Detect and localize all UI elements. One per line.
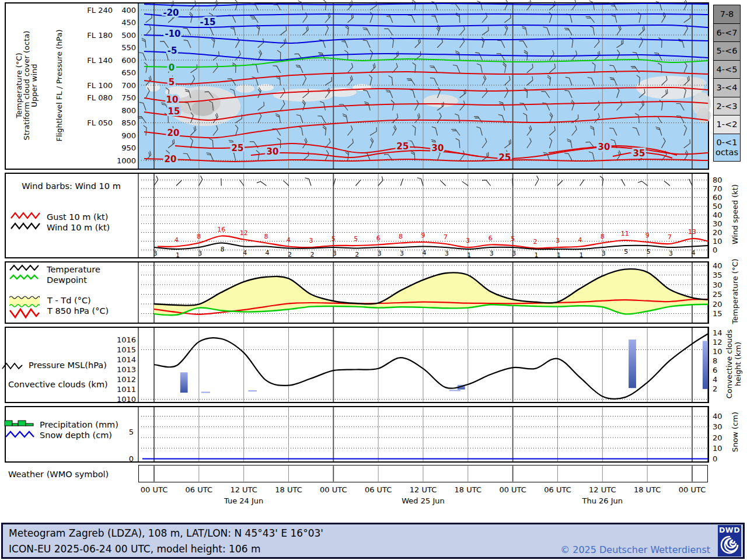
- time-tick: 12 UTC: [223, 485, 265, 494]
- time-tick: 00 UTC: [671, 485, 713, 494]
- svg-text:0: 0: [713, 246, 717, 254]
- t850-legend-icon: [8, 306, 42, 320]
- upper-axis-label-upperwind: Upper wind: [30, 0, 39, 173]
- svg-text:30: 30: [713, 281, 722, 289]
- temperature-legend-label: Temperature: [47, 265, 100, 274]
- convective-clouds-legend-label: Convective clouds (km): [8, 380, 108, 389]
- dewpoint-legend-icon: [8, 272, 42, 282]
- dwd-spiral-icon: [720, 534, 739, 555]
- footer-model-line: ICON-EU 2025-06-24 00 UTC, model height:…: [9, 543, 261, 555]
- t-td-legend-label: T - Td (°C): [47, 296, 91, 305]
- octas-cell-6-<7: 6-<7: [713, 23, 741, 43]
- upper-axis-label-flightlevel: Flightlevel FL / Pressure (hPa): [55, 0, 64, 173]
- time-tick: 06 UTC: [537, 485, 579, 494]
- pressure-panel: [5, 327, 709, 403]
- upper-air-panel: [5, 2, 709, 170]
- svg-text:20: 20: [713, 433, 722, 442]
- octas-cell-4-<5: 4-<5: [713, 60, 741, 79]
- snow-axis-label: Snow (cm): [731, 345, 739, 520]
- svg-text:12: 12: [713, 338, 722, 346]
- time-tick: 00 UTC: [133, 485, 175, 494]
- svg-text:20: 20: [713, 228, 722, 237]
- svg-text:60: 60: [713, 193, 722, 202]
- time-tick: 12 UTC: [402, 485, 444, 494]
- day-label: Wed 25 Jun: [388, 496, 458, 505]
- t850-legend-label: T 850 hPa (°C): [47, 306, 109, 316]
- time-tick: 00 UTC: [312, 485, 354, 494]
- gust-legend-label: Gust 10 m (kt): [47, 212, 108, 222]
- time-tick: 12 UTC: [581, 485, 623, 494]
- snow-depth-legend-icon: [4, 428, 38, 441]
- svg-text:40: 40: [713, 261, 722, 270]
- time-tick: 18 UTC: [447, 485, 489, 494]
- time-tick: 06 UTC: [178, 485, 220, 494]
- svg-text:70: 70: [713, 184, 722, 193]
- pressure-legend-icon: [1, 360, 26, 373]
- octas-cell-1-<2: 1-<2: [713, 115, 741, 134]
- svg-text:25: 25: [713, 290, 722, 299]
- snow-depth-legend-label: Snow depth (cm): [40, 430, 112, 440]
- svg-text:4: 4: [713, 375, 717, 384]
- pressure-legend-label: Pressure MSL(hPa): [29, 360, 107, 370]
- day-label: Thu 26 Jun: [567, 496, 637, 505]
- svg-text:2: 2: [713, 384, 717, 393]
- weather-plot-box: [138, 465, 708, 482]
- meteogram-page: -20-15-10-5051015202525253030303520FL 24…: [0, 0, 747, 560]
- day-label: Tue 24 Jun: [209, 496, 279, 505]
- svg-text:40: 40: [713, 211, 722, 219]
- footer-station-line: Meteogram Zagreb (LDZA), 108 m, LAT/LON:…: [9, 527, 323, 539]
- svg-text:10: 10: [713, 444, 722, 453]
- octas-cell-3-<4: 3-<4: [713, 78, 741, 97]
- precipitation-legend-label: Precipitation (mm): [40, 420, 118, 429]
- octas-cell-2-<3: 2-<3: [713, 97, 741, 116]
- svg-text:30: 30: [713, 422, 722, 431]
- time-tick: 18 UTC: [268, 485, 310, 494]
- wind-panel-title: Wind barbs: Wind 10 m: [13, 181, 130, 191]
- svg-text:10: 10: [713, 347, 722, 356]
- footer: Meteogram Zagreb (LDZA), 108 m, LAT/LON:…: [1, 523, 745, 559]
- dwd-logo: DWD: [718, 525, 741, 556]
- wind-legend-label: Wind 10 m (kt): [47, 223, 110, 232]
- svg-text:35: 35: [713, 271, 722, 279]
- temperature-panel: [5, 261, 709, 324]
- time-tick: 06 UTC: [357, 485, 399, 494]
- wind-legend-icon: [9, 220, 43, 232]
- octas-cell-7-8: 7-8: [713, 5, 741, 24]
- gust-legend-icon: [9, 210, 43, 222]
- dwd-logo-text: DWD: [719, 526, 740, 534]
- svg-text:50: 50: [713, 202, 722, 211]
- time-tick: 18 UTC: [626, 485, 668, 494]
- copyright: © 2025 Deutscher Wetterdienst: [560, 544, 710, 555]
- svg-text:15: 15: [713, 309, 722, 318]
- svg-text:80: 80: [713, 176, 722, 184]
- dewpoint-legend-label: Dewpoint: [47, 275, 87, 285]
- weather-panel-label: Weather (WMO symbol): [8, 470, 109, 479]
- octas-cell-0-<1: 0-<1octas: [713, 134, 741, 162]
- svg-text:30: 30: [713, 219, 722, 228]
- time-tick: 00 UTC: [492, 485, 534, 494]
- svg-text:20: 20: [713, 300, 722, 309]
- octas-cell-5-<6: 5-<6: [713, 41, 741, 61]
- svg-text:0: 0: [713, 454, 717, 463]
- svg-text:14: 14: [713, 328, 722, 337]
- svg-text:40: 40: [713, 412, 722, 421]
- svg-text:8: 8: [713, 356, 717, 365]
- svg-text:6: 6: [713, 366, 717, 374]
- svg-text:10: 10: [713, 237, 722, 246]
